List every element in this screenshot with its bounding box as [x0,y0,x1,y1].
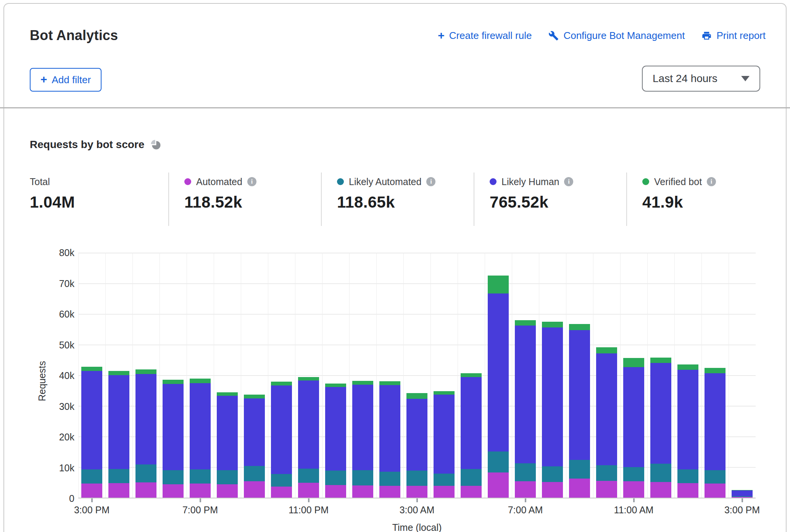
x-tick-label: 11:00 AM [596,505,672,516]
time-range-dropdown[interactable]: Last 24 hours [642,66,760,92]
plus-icon: + [438,30,445,42]
bar-column [593,253,620,498]
bar-segment-automated [325,485,346,498]
x-axis-title: Time (local) [78,522,756,532]
bar-segment-verified_bot [325,384,346,387]
stacked-bar[interactable] [542,322,563,498]
stacked-bar[interactable] [163,380,184,498]
y-tick-label: 40k [32,370,74,381]
bar-segment-automated [596,481,617,498]
bar-segment-likely_human [596,353,617,465]
chart-plot-area [78,253,756,498]
bar-segment-verified_bot [108,371,129,375]
stat-total: Total 1.04M [30,172,168,226]
bar-segment-likely_automated [217,470,238,485]
bar-segment-automated [108,483,129,498]
stacked-bar[interactable] [271,382,292,498]
stacked-bar[interactable] [325,384,346,498]
stacked-bar[interactable] [406,393,427,498]
bar-segment-likely_automated [434,474,455,486]
bar-column [674,253,701,498]
stacked-bar[interactable] [108,371,129,498]
bar-column [485,253,512,498]
bar-segment-automated [352,485,373,498]
bar-segment-likely_automated [325,471,346,485]
stacked-bar[interactable] [705,368,726,498]
stacked-bar[interactable] [244,395,265,498]
bar-column [187,253,214,498]
bar-segment-likely_automated [461,469,482,485]
stacked-bar[interactable] [434,391,455,498]
bar-segment-likely_human [81,371,102,469]
bar-segment-automated [732,497,753,498]
stacked-bar[interactable] [488,276,509,498]
y-tick-label: 50k [32,339,74,350]
bar-column [539,253,566,498]
section-title: Requests by bot score [30,139,144,151]
bar-column [620,253,647,498]
bar-segment-verified_bot [569,324,590,330]
bar-segment-likely_human [623,367,644,467]
stacked-bar[interactable] [81,367,102,498]
bar-column [268,253,295,498]
add-filter-button[interactable]: + Add filter [30,68,102,92]
stacked-bar[interactable] [677,364,698,498]
bar-segment-automated [379,486,400,498]
x-tick-mark [633,498,635,502]
bar-column [322,253,349,498]
bar-segment-likely_human [135,374,156,464]
info-icon[interactable]: i [426,177,435,186]
stacked-bar[interactable] [461,373,482,498]
stacked-bar[interactable] [732,490,753,498]
stat-automated: Automatedi118.52k [168,172,321,226]
header-action-configure-bot-management[interactable]: Configure Bot Management [548,30,685,42]
bar-segment-verified_bot [244,395,265,398]
bar-segment-likely_automated [135,464,156,482]
stacked-bar[interactable] [298,377,319,498]
stat-likely-human: Likely Humani765.52k [474,172,626,226]
stat-total-value: 1.04M [30,193,168,211]
bar-segment-verified_bot [705,368,726,373]
bar-segment-likely_automated [650,464,671,482]
bar-segment-likely_automated [515,463,536,481]
header-actions: +Create firewall ruleConfigure Bot Manag… [438,30,766,42]
bar-column [295,253,322,498]
stacked-bar[interactable] [190,379,211,498]
bar-column [105,253,132,498]
stacked-bar[interactable] [569,324,590,498]
bar-segment-likely_automated [623,467,644,482]
stacked-bar[interactable] [650,358,671,498]
header-divider [0,107,790,108]
page-title: Bot Analytics [30,27,118,44]
stacked-bar[interactable] [379,381,400,498]
stat-total-label: Total [30,176,50,187]
bar-segment-automated [650,482,671,498]
bar-segment-verified_bot [217,392,238,396]
x-tick-mark [416,498,418,502]
stacked-bar[interactable] [515,320,536,498]
info-icon[interactable]: i [564,177,573,186]
bar-segment-automated [542,482,563,498]
stacked-bar[interactable] [135,369,156,498]
bar-segment-verified_bot [406,393,427,399]
bar-segment-verified_bot [163,380,184,384]
bar-segment-likely_automated [542,466,563,482]
stacked-bar[interactable] [352,381,373,498]
bar-segment-verified_bot [488,276,509,293]
stacked-bar[interactable] [217,392,238,498]
stat-label: Likely Human [501,176,559,187]
bar-column [430,253,458,498]
header-action-print-report[interactable]: Print report [701,30,766,42]
bar-segment-likely_human [569,330,590,460]
bar-segment-likely_human [379,385,400,472]
bar-segment-likely_human [271,385,292,474]
bar-column [701,253,729,498]
bar-segment-likely_automated [677,469,698,483]
stacked-bar[interactable] [596,347,617,498]
header-action-create-firewall-rule[interactable]: +Create firewall rule [438,30,532,42]
info-icon[interactable]: i [247,177,256,186]
stat-label: Likely Automated [349,176,421,187]
info-icon[interactable]: i [707,177,716,186]
stacked-bar[interactable] [623,358,644,498]
bar-column [512,253,539,498]
